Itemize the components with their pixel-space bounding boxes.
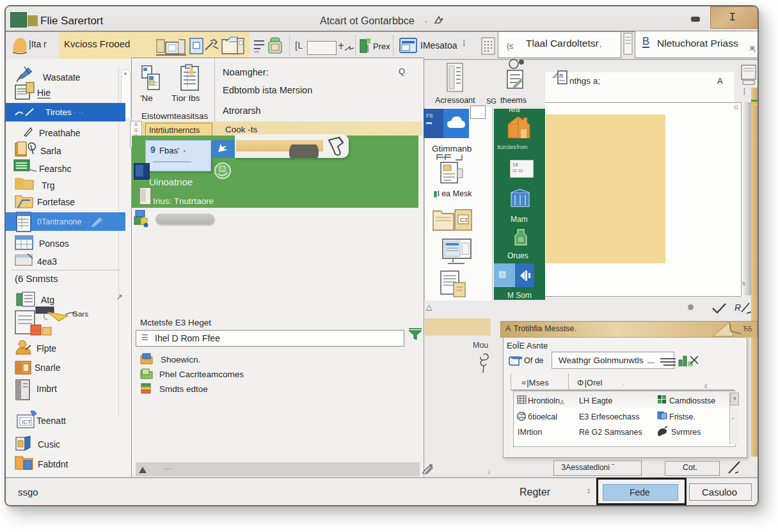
svg-text:C3: C3 xyxy=(460,217,468,223)
svg-text:R: R xyxy=(734,302,741,313)
svg-text:ICT: ICT xyxy=(22,419,31,425)
svg-text:R: R xyxy=(559,73,564,79)
